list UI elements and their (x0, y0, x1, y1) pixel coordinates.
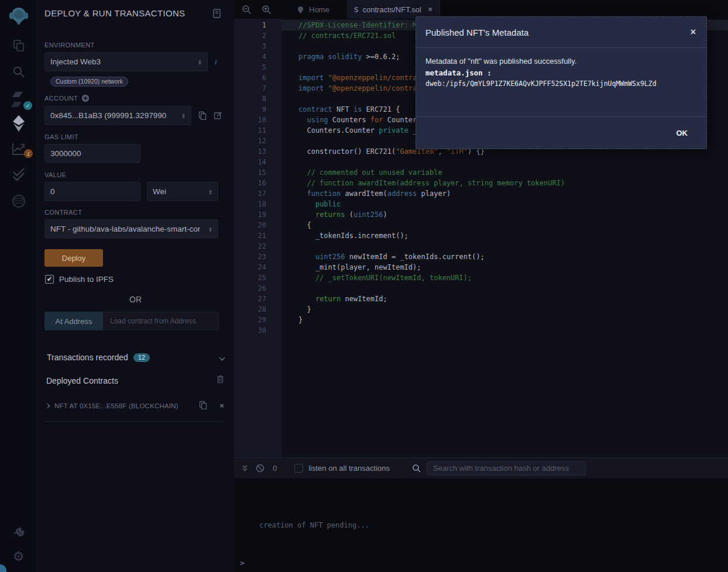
code-text: function awardItem(address player) (266, 188, 451, 199)
code-line[interactable]: 28 } (234, 304, 728, 315)
gas-limit-label: GAS LIMIT (44, 133, 234, 140)
code-line[interactable]: 26 (234, 283, 728, 294)
terminal[interactable]: creation of NFT pending... > (234, 478, 728, 572)
terminal-search-input[interactable]: Search with transaction hash or address (427, 461, 586, 475)
deployed-contract-item[interactable]: NFT AT 0X15E...E558F (BLOCKCHAIN) × (46, 401, 224, 411)
deploy-run-icon[interactable] (0, 113, 37, 133)
modal-close-icon[interactable]: × (691, 27, 696, 37)
account-select[interactable]: 0x845...B1aB3 (999991.3297990 ▲▼ (44, 106, 191, 125)
at-address-button[interactable]: At Address (44, 312, 103, 330)
code-line[interactable]: 19 returns (uint256) (234, 209, 728, 220)
chevron-down-icon[interactable] (219, 354, 225, 360)
collapse-terminal-icon[interactable] (241, 464, 249, 473)
select-arrows-icon: ▲▼ (181, 113, 186, 119)
ok-button[interactable]: OK (677, 129, 688, 137)
account-label-text: ACCOUNT (44, 95, 78, 102)
line-number: 3 (234, 41, 266, 51)
code-text (266, 283, 298, 294)
contract-select[interactable]: NFT - github/ava-labs/avalanche-smart-co… (44, 219, 218, 239)
line-number: 20 (234, 220, 266, 230)
docs-icon[interactable] (212, 9, 221, 18)
plugin-manager-icon[interactable] (0, 522, 37, 540)
code-text: contract NFT is ERC721 { (266, 104, 400, 115)
sign-message-icon[interactable] (214, 111, 222, 120)
code-line[interactable]: 25 // _setTokenURI(newItemId, tokenURI); (234, 273, 728, 283)
code-line[interactable]: 20 { (234, 220, 728, 230)
unit-testing-icon[interactable] (0, 165, 37, 184)
remove-contract-icon[interactable]: × (219, 401, 224, 410)
code-line[interactable]: 21 _tokenIds.increment(); (234, 230, 728, 241)
line-number: 5 (234, 62, 266, 73)
code-text (266, 136, 298, 146)
publish-ipfs-label: Publish to IPFS (59, 275, 114, 284)
code-text: { (266, 220, 311, 230)
code-text: public (266, 199, 341, 209)
deploy-button[interactable]: Deploy (44, 249, 103, 267)
chevron-right-icon[interactable] (45, 403, 50, 408)
listen-transactions-checkbox[interactable] (294, 464, 303, 473)
line-number: 16 (234, 178, 266, 188)
code-text (266, 94, 298, 104)
plugin-circle-icon[interactable] (0, 192, 37, 211)
metadata-file-label: metadata.json : (425, 68, 697, 77)
ipfs-url: dweb:/ipfs/QmYL9P1Z7KE6AQvKJPFF52SX1p2TE… (425, 80, 697, 88)
value-unit-select[interactable]: Wei ▲▼ (147, 182, 218, 201)
code-line[interactable]: 23 uint256 newItemId = _tokenIds.current… (234, 251, 728, 262)
zoom-in-icon[interactable] (256, 5, 276, 15)
terminal-search-icon (412, 464, 421, 473)
deployed-contract-name: NFT AT 0X15E...E558F (BLOCKCHAIN) (54, 402, 178, 409)
code-line[interactable]: 14 (234, 157, 728, 167)
code-line[interactable]: 30 (234, 325, 728, 336)
listen-transactions-label: listen on all transactions (308, 464, 390, 473)
environment-select[interactable]: Injected Web3 ▲▼ (44, 52, 208, 71)
file-explorer-icon[interactable] (0, 36, 37, 55)
value-amount: 0 (50, 187, 55, 196)
line-number: 22 (234, 241, 266, 251)
zoom-out-icon[interactable] (236, 5, 256, 15)
at-address-input[interactable]: Load contract from Address (103, 312, 219, 330)
tab-close-icon[interactable]: × (428, 5, 432, 14)
publish-ipfs-checkbox[interactable]: ✔ (45, 275, 54, 284)
search-icon[interactable] (0, 63, 37, 81)
code-line[interactable]: 24 _mint(player, newItemId); (234, 262, 728, 273)
code-line[interactable]: 22 (234, 241, 728, 251)
value-input[interactable]: 0 (44, 182, 140, 201)
gas-limit-input[interactable]: 3000000 (44, 144, 140, 163)
tab-home[interactable]: Home (289, 0, 336, 19)
code-text: // contracts/ERC721.sol (266, 30, 396, 41)
code-line[interactable]: 29} (234, 315, 728, 325)
code-line[interactable]: 16 // function awardItem(address player,… (234, 178, 728, 188)
copy-contract-icon[interactable] (199, 401, 207, 411)
settings-gear-icon[interactable]: ⚙ (0, 547, 37, 566)
static-analysis-icon[interactable]: 1 (0, 138, 37, 159)
line-number: 11 (234, 125, 266, 136)
line-number: 15 (234, 167, 266, 178)
line-number: 7 (234, 83, 266, 94)
at-address-placeholder: Load contract from Address (110, 317, 196, 325)
solidity-compiler-icon[interactable]: ✓ (0, 89, 37, 110)
code-line[interactable]: 17 function awardItem(address player) (234, 188, 728, 199)
clear-console-icon[interactable] (256, 464, 265, 473)
transactions-count-badge: 12 (133, 353, 150, 362)
code-text: // _setTokenURI(newItemId, tokenURI); (266, 273, 472, 283)
copy-account-icon[interactable] (198, 111, 207, 120)
code-line[interactable]: 18 public (234, 199, 728, 209)
clear-deployed-trash-icon[interactable] (217, 375, 224, 386)
add-account-icon[interactable] (81, 94, 90, 102)
code-text (266, 157, 298, 167)
code-text: } (266, 315, 303, 325)
terminal-log-line: creation of NFT pending... (259, 521, 369, 529)
code-text: returns (uint256) (266, 209, 387, 220)
code-text: return newItemId; (266, 294, 387, 304)
code-text: _mint(player, newItemId); (266, 262, 421, 273)
code-text: //SPDX-License-Identifier: MIT (266, 20, 425, 30)
line-number: 24 (234, 262, 266, 273)
select-arrows-icon: ▲▼ (198, 59, 202, 65)
remix-logo-icon[interactable] (0, 4, 37, 28)
code-line[interactable]: 15 // commented out unused variable (234, 167, 728, 178)
transactions-recorded-label: Transactions recorded (47, 353, 128, 362)
network-badge: Custom (10920) network (50, 77, 128, 87)
contract-label: CONTRACT (44, 209, 234, 216)
code-line[interactable]: 27 return newItemId; (234, 294, 728, 304)
environment-info-icon[interactable]: i (215, 57, 217, 67)
